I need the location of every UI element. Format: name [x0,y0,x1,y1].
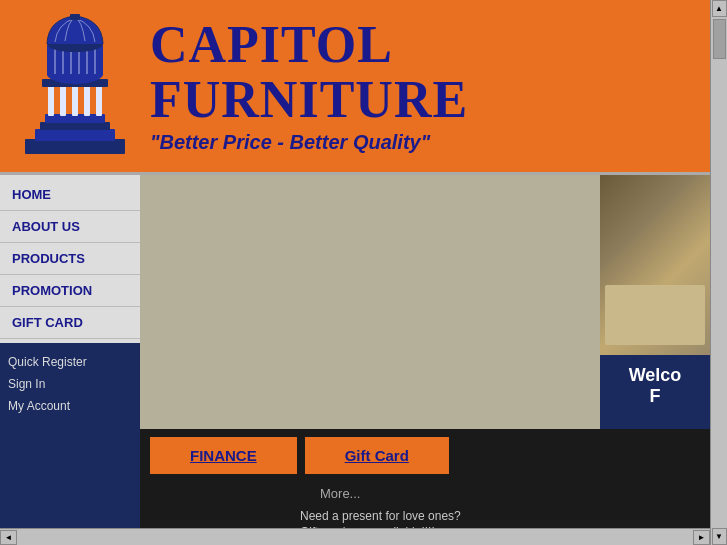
svg-rect-0 [25,139,125,154]
scroll-up-arrow[interactable]: ▲ [712,0,727,17]
capitol-dome-icon [20,14,130,159]
body-area: HOME ABOUT US PRODUCTS PROMOTION GIFT CA… [0,175,710,545]
center-panel [140,175,600,429]
main-container: CAPITOL FURNITURE "Better Price - Better… [0,0,710,545]
my-account-link[interactable]: My Account [8,397,132,415]
vertical-scrollbar: ▲ ▼ [710,0,727,545]
content-upper: Welco F [140,175,710,429]
scroll-right-arrow[interactable]: ► [693,530,710,545]
svg-rect-4 [48,86,54,116]
promo-line1: Need a present for love ones? [300,509,700,523]
bedroom-img-placeholder [600,175,710,355]
finance-button[interactable]: FINANCE [150,437,297,474]
nav-item-giftcard[interactable]: GIFT CARD [0,307,140,339]
header-text: CAPITOL FURNITURE "Better Price - Better… [150,18,468,154]
welcome-text: Welco F [600,355,710,429]
svg-rect-2 [40,122,110,130]
header: CAPITOL FURNITURE "Better Price - Better… [0,0,710,175]
svg-rect-19 [70,14,80,20]
right-panel: Welco F [600,175,710,429]
horizontal-scrollbar: ◄ ► [0,528,710,545]
action-buttons: FINANCE Gift Card [140,429,710,482]
scroll-down-arrow[interactable]: ▼ [712,528,727,545]
svg-rect-5 [60,86,66,116]
more-section: More... [140,482,710,505]
nav-item-home[interactable]: HOME [0,179,140,211]
main-content: Welco F FINANCE Gift Card More... [140,175,710,545]
bedroom-image [600,175,710,355]
svg-rect-6 [72,86,78,116]
quick-register-link[interactable]: Quick Register [8,353,132,371]
scroll-left-arrow[interactable]: ◄ [0,530,17,545]
nav-item-products[interactable]: PRODUCTS [0,243,140,275]
site-subtitle: "Better Price - Better Quality" [150,131,430,154]
site-title: CAPITOL FURNITURE [150,18,468,127]
scroll-thumb[interactable] [713,19,726,59]
nav-item-promotion[interactable]: PROMOTION [0,275,140,307]
svg-rect-1 [35,129,115,141]
page-wrapper: CAPITOL FURNITURE "Better Price - Better… [0,0,727,545]
svg-rect-8 [96,86,102,116]
nav-item-about[interactable]: ABOUT US [0,211,140,243]
more-link[interactable]: More... [320,486,360,501]
nav-section: HOME ABOUT US PRODUCTS PROMOTION GIFT CA… [0,175,140,343]
svg-rect-7 [84,86,90,116]
sidebar: HOME ABOUT US PRODUCTS PROMOTION GIFT CA… [0,175,140,545]
sign-in-link[interactable]: Sign In [8,375,132,393]
giftcard-button[interactable]: Gift Card [305,437,449,474]
sidebar-bottom: Quick Register Sign In My Account [0,343,140,545]
